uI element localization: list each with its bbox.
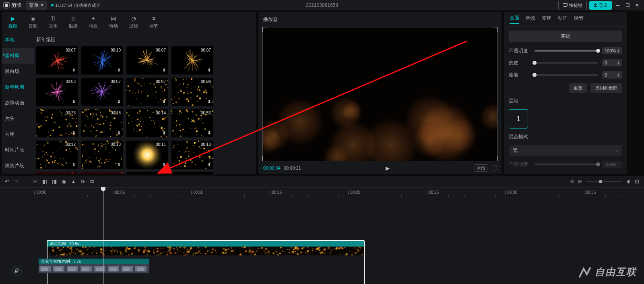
shortcut-button[interactable]: 快捷键 — [558, 1, 587, 10]
property-tab[interactable]: 动画 — [558, 15, 568, 23]
download-icon[interactable]: ⬇ — [162, 162, 166, 167]
download-icon[interactable]: ⬇ — [162, 68, 166, 73]
media-thumbnail[interactable]: 00:10⬇ — [81, 46, 123, 75]
media-thumbnail[interactable]: 00:14⬇ — [126, 109, 168, 137]
media-thumbnail[interactable]: 00:11⬇ — [81, 172, 123, 174]
split-button[interactable]: ✂ — [33, 178, 37, 184]
sidebar-item[interactable]: 片尾 — [2, 126, 34, 142]
sidebar-item[interactable]: 搞笑片段 — [2, 158, 34, 174]
opacity2-value[interactable]: 100% — [602, 161, 622, 168]
download-icon[interactable]: ⬇ — [117, 99, 121, 104]
player-viewport[interactable] — [262, 27, 497, 161]
magnet-button[interactable]: ⧈ — [570, 178, 574, 185]
opacity2-slider[interactable] — [535, 164, 598, 165]
media-thumbnail[interactable]: 00:10⬇ — [171, 141, 213, 169]
download-icon[interactable]: ⬇ — [207, 99, 211, 104]
play-button[interactable]: ▶ — [386, 165, 390, 171]
download-icon[interactable]: ⬇ — [162, 131, 166, 136]
crop-handle-tr[interactable] — [493, 27, 497, 32]
maximize-button[interactable]: ☐ — [624, 2, 631, 8]
sidebar-item[interactable]: 故障动画 — [2, 95, 34, 111]
opacity-slider[interactable] — [535, 50, 598, 52]
zoom-out-button[interactable]: ⊖ — [578, 178, 582, 184]
download-icon[interactable]: ⬇ — [72, 131, 76, 136]
timeline-clip[interactable]: 公交车实拍.mp47.7s — [39, 259, 149, 284]
crop-handle-bl[interactable] — [262, 156, 267, 161]
download-icon[interactable]: ⬇ — [72, 99, 76, 104]
crop-handle-br[interactable] — [493, 156, 497, 161]
download-icon[interactable]: ⬇ — [207, 131, 211, 136]
download-icon[interactable]: ⬇ — [117, 162, 121, 167]
download-icon[interactable]: ⬇ — [72, 68, 76, 73]
media-tab-effect[interactable]: ✦特效 — [86, 15, 101, 29]
media-thumbnail[interactable]: 00:07⬇ — [171, 46, 213, 75]
media-tab-adjust[interactable]: ≡调节 — [147, 15, 161, 29]
freeze-button[interactable]: ◉ — [62, 178, 66, 184]
media-tab-sticker[interactable]: ☺贴纸 — [66, 15, 80, 29]
zoom-fit-button[interactable]: ⊡ — [635, 178, 639, 184]
media-thumbnail[interactable]: 00:07⬇ — [81, 78, 123, 106]
media-thumbnail[interactable]: 00:25⬇ — [36, 109, 78, 137]
property-tab[interactable]: 画面 — [510, 15, 519, 24]
media-tab-video[interactable]: ▶视频 — [6, 15, 20, 29]
undo-button[interactable]: ↶ — [5, 178, 9, 184]
blend-mode-select[interactable]: 无 ◇ — [509, 145, 622, 156]
aspect-ratio-button[interactable]: 原始 — [475, 164, 487, 172]
face-value[interactable]: 0▲▼ — [602, 71, 622, 79]
download-icon[interactable]: ⬇ — [207, 68, 211, 73]
media-thumbnail[interactable]: 00:07⬇ — [126, 46, 168, 75]
playhead[interactable] — [103, 188, 103, 197]
media-thumbnail[interactable]: 00:56⬇ — [171, 109, 213, 137]
media-tab-text[interactable]: TI文本 — [46, 15, 60, 29]
opacity-value[interactable]: 100%▲▼ — [602, 47, 622, 54]
media-thumbnail[interactable]: 00:06⬇ — [171, 78, 213, 106]
apply-all-button[interactable]: 应用到全部 — [590, 83, 622, 93]
property-tab[interactable]: 音频 — [526, 15, 535, 23]
sidebar-item[interactable]: 新年氛围 — [2, 79, 34, 95]
media-thumbnail[interactable]: 00:13⬇ — [81, 141, 123, 169]
media-thumbnail[interactable]: 00:07⬇ — [126, 78, 168, 106]
media-thumbnail[interactable]: 00:07⬇ — [36, 46, 78, 75]
delete-right-button[interactable]: ◨ — [52, 178, 57, 184]
media-tab-filter[interactable]: ◔滤镜 — [126, 15, 141, 29]
media-thumbnail[interactable]: 00:13⬇ — [36, 172, 78, 174]
media-thumbnail[interactable]: 00:12⬇ — [36, 141, 78, 169]
crop-button[interactable]: ⧉ — [90, 178, 94, 185]
zoom-slider[interactable] — [586, 181, 622, 182]
download-icon[interactable]: ⬇ — [117, 68, 121, 73]
zoom-in-button[interactable]: ⊕ — [626, 178, 631, 184]
sidebar-item[interactable]: 片头 — [2, 111, 34, 126]
rotate-button[interactable]: ⟳ — [81, 178, 85, 184]
sidebar-item[interactable]: 搞笑动物 — [2, 174, 34, 174]
sidebar-item[interactable]: ▸素材库 — [2, 48, 34, 64]
timeline-ruler[interactable]: | 00:00| 00:05| 00:10| 00:15| 00:20| 00:… — [32, 188, 644, 197]
sidebar-item[interactable]: 时间片段 — [2, 142, 34, 158]
media-thumbnail[interactable]: 00:06⬇ — [36, 78, 78, 106]
mirror-button[interactable]: ▲ — [71, 178, 76, 184]
skin-value[interactable]: 0▲▼ — [602, 59, 622, 66]
crop-handle-tl[interactable] — [262, 27, 267, 32]
media-tab-audio[interactable]: ◉音频 — [26, 15, 40, 29]
property-tab[interactable]: 变速 — [542, 15, 551, 23]
media-tab-transition[interactable]: ⋈转场 — [106, 15, 121, 29]
redo-button[interactable]: ↷ — [14, 178, 19, 184]
property-tab[interactable]: 调节 — [574, 15, 584, 23]
basic-section-button[interactable]: 基础 — [509, 31, 622, 42]
download-icon[interactable]: ⬇ — [207, 162, 211, 167]
download-icon[interactable]: ⬇ — [72, 162, 76, 167]
fullscreen-icon[interactable]: ⛶ — [491, 165, 497, 171]
sidebar-item[interactable]: 本地 — [2, 32, 34, 48]
download-icon[interactable]: ⬇ — [162, 99, 166, 104]
minimize-button[interactable]: ─ — [614, 2, 621, 8]
sidebar-item[interactable]: 黑白场 — [2, 64, 34, 79]
timeline-tracks[interactable]: 新年氛围20.5s公交车实拍.mp47.7s 🔊 — [0, 197, 644, 284]
export-button[interactable]: 导出 — [589, 1, 612, 10]
layer-selector[interactable]: 1 — [509, 109, 528, 129]
menu-button[interactable]: 菜单 ▼ — [26, 1, 47, 10]
playhead-line[interactable] — [103, 197, 103, 284]
media-thumbnail[interactable]: 00:11⬇ — [126, 141, 168, 169]
track-mute-button[interactable]: 🔊 — [12, 266, 22, 276]
skin-slider[interactable] — [535, 62, 598, 64]
close-button[interactable]: ✕ — [634, 2, 641, 8]
media-thumbnail[interactable]: 00:10⬇ — [171, 172, 213, 174]
